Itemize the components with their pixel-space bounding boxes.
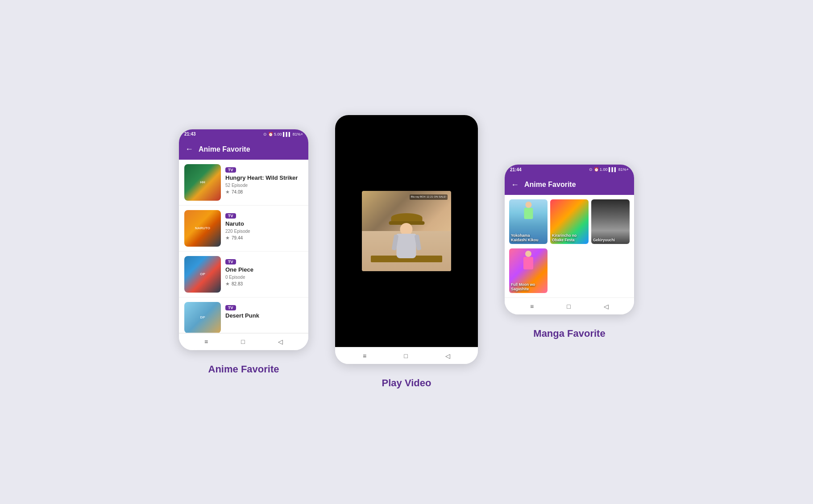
one-piece-thumb: OP bbox=[184, 256, 221, 293]
hungry-heart-rating: ★ 74.08 bbox=[225, 189, 303, 195]
left-phone-label: Anime Favorite bbox=[208, 364, 279, 375]
right-phone-label: Manga Favorite bbox=[533, 328, 605, 339]
hungry-heart-thumb: HH bbox=[184, 164, 221, 201]
right-nav-menu[interactable]: ≡ bbox=[530, 303, 534, 310]
naruto-thumb: NARUTO bbox=[184, 210, 221, 247]
left-nav-bar: ≡ □ ◁ bbox=[179, 333, 308, 350]
right-status-bar: 21:44 ⊙ ⏰ 1.00 ▌▌▌ 81%+ bbox=[505, 165, 634, 174]
left-app-bar: ← Anime Favorite bbox=[179, 139, 308, 160]
video-frame: Blu-ray BOX 12.21 ON SALE! bbox=[362, 191, 451, 271]
one-piece-rating-value: 82.83 bbox=[232, 281, 243, 286]
left-indicators: ⊙ ⏰ 5.00 ▌▌▌ 81%+ bbox=[263, 132, 303, 136]
hungry-heart-rating-value: 74.08 bbox=[232, 190, 243, 194]
fullmoon-thumb: Full Moon wo Sagashite bbox=[509, 248, 548, 293]
right-nav-square[interactable]: □ bbox=[567, 303, 570, 310]
one-piece-episodes: 0 Episode bbox=[225, 275, 303, 280]
anime-item-naruto[interactable]: NARUTO TV Naruto 220 Episode ★ 79.44 bbox=[179, 206, 308, 252]
video-overlay-text: Blu-ray BOX 12.21 ON SALE! bbox=[410, 194, 448, 200]
right-phone-section: 21:44 ⊙ ⏰ 1.00 ▌▌▌ 81%+ ← Anime Favorite bbox=[505, 165, 634, 339]
right-indicators: ⊙ ⏰ 1.00 ▌▌▌ 81%+ bbox=[589, 167, 629, 172]
right-nav-bar: ≡ □ ◁ bbox=[505, 297, 634, 314]
naruto-episodes: 220 Episode bbox=[225, 229, 303, 234]
desert-punk-badge: TV bbox=[225, 305, 236, 310]
left-phone-section: 21:43 ⊙ ⏰ 5.00 ▌▌▌ 81%+ ← Anime Favorite… bbox=[179, 129, 308, 375]
gekiryuuchi-thumb: Gekiryuuchi bbox=[591, 199, 630, 244]
one-piece-rating: ★ 82.83 bbox=[225, 281, 303, 287]
left-app-title: Anime Favorite bbox=[199, 145, 250, 153]
right-content: Yokohama Kaidashi Kikou Kirarincho no Ob… bbox=[505, 195, 634, 297]
kirarincho-title: Kirarincho no Obake Festa bbox=[552, 233, 587, 242]
desert-punk-info: TV Desert Punk bbox=[225, 302, 303, 321]
right-phone: 21:44 ⊙ ⏰ 1.00 ▌▌▌ 81%+ ← Anime Favorite bbox=[505, 165, 634, 314]
anime-item-hungry-heart[interactable]: HH TV Hungry Heart: Wild Striker 52 Epis… bbox=[179, 160, 308, 206]
hungry-heart-title: Hungry Heart: Wild Striker bbox=[225, 174, 303, 182]
right-nav-back[interactable]: ◁ bbox=[604, 303, 609, 310]
middle-phone: Blu-ray BOX 12.21 ON SALE! ≡ □ ◁ bbox=[335, 115, 478, 364]
right-back-button[interactable]: ← bbox=[511, 180, 519, 190]
one-piece-image: OP bbox=[184, 256, 221, 293]
gekiryuuchi-title: Gekiryuuchi bbox=[593, 238, 615, 242]
star-icon-3: ★ bbox=[225, 281, 230, 287]
yokohama-thumb: Yokohama Kaidashi Kikou bbox=[509, 199, 548, 244]
manga-item-yokohama[interactable]: Yokohama Kaidashi Kikou bbox=[509, 199, 548, 244]
middle-phone-label: Play Video bbox=[382, 377, 431, 389]
middle-nav-bar: ≡ □ ◁ bbox=[335, 347, 478, 364]
star-icon-2: ★ bbox=[225, 235, 230, 241]
kirarincho-thumb: Kirarincho no Obake Festa bbox=[550, 199, 589, 244]
one-piece-info: TV One Piece 0 Episode ★ 82.83 bbox=[225, 256, 303, 287]
anime-item-one-piece[interactable]: OP TV One Piece 0 Episode ★ 82.83 bbox=[179, 252, 308, 297]
left-nav-menu[interactable]: ≡ bbox=[204, 338, 208, 345]
middle-nav-menu[interactable]: ≡ bbox=[363, 352, 366, 359]
desert-punk-title: Desert Punk bbox=[225, 312, 303, 320]
manga-grid-row1: Yokohama Kaidashi Kikou Kirarincho no Ob… bbox=[505, 195, 634, 248]
fullmoon-title: Full Moon wo Sagashite bbox=[511, 282, 546, 291]
left-phone: 21:43 ⊙ ⏰ 5.00 ▌▌▌ 81%+ ← Anime Favorite… bbox=[179, 129, 308, 350]
middle-phone-section: Blu-ray BOX 12.21 ON SALE! ≡ □ ◁ Play Vi… bbox=[335, 115, 478, 389]
left-time: 21:43 bbox=[184, 132, 196, 136]
left-nav-back[interactable]: ◁ bbox=[278, 338, 283, 345]
one-piece-badge: TV bbox=[225, 259, 236, 264]
hungry-heart-image: HH bbox=[184, 164, 221, 201]
right-app-bar: ← Anime Favorite bbox=[505, 174, 634, 195]
manga-item-kirarincho[interactable]: Kirarincho no Obake Festa bbox=[550, 199, 589, 244]
left-status-bar: 21:43 ⊙ ⏰ 5.00 ▌▌▌ 81%+ bbox=[179, 129, 308, 139]
middle-nav-back[interactable]: ◁ bbox=[445, 352, 450, 359]
naruto-badge: TV bbox=[225, 213, 236, 219]
right-app-title: Anime Favorite bbox=[524, 181, 576, 189]
desert-punk-image: DP bbox=[184, 302, 221, 333]
video-player[interactable]: Blu-ray BOX 12.21 ON SALE! bbox=[335, 115, 478, 347]
naruto-info: TV Naruto 220 Episode ★ 79.44 bbox=[225, 210, 303, 241]
manga-item-fullmoon[interactable]: Full Moon wo Sagashite bbox=[509, 248, 548, 293]
hungry-heart-episodes: 52 Episode bbox=[225, 183, 303, 188]
right-time: 21:44 bbox=[510, 167, 522, 172]
naruto-rating: ★ 79.44 bbox=[225, 235, 303, 241]
left-nav-square[interactable]: □ bbox=[241, 338, 245, 345]
yokohama-title: Yokohama Kaidashi Kikou bbox=[511, 233, 546, 242]
anime-item-desert-punk[interactable]: DP TV Desert Punk bbox=[179, 297, 308, 333]
star-icon-1: ★ bbox=[225, 189, 230, 195]
naruto-title: Naruto bbox=[225, 220, 303, 228]
left-content: HH TV Hungry Heart: Wild Striker 52 Epis… bbox=[179, 160, 308, 333]
desert-punk-thumb: DP bbox=[184, 302, 221, 333]
hungry-heart-info: TV Hungry Heart: Wild Striker 52 Episode… bbox=[225, 164, 303, 195]
naruto-rating-value: 79.44 bbox=[232, 235, 243, 240]
middle-nav-square[interactable]: □ bbox=[404, 352, 407, 359]
one-piece-title: One Piece bbox=[225, 266, 303, 274]
naruto-image: NARUTO bbox=[184, 210, 221, 247]
left-back-button[interactable]: ← bbox=[185, 145, 193, 154]
manga-grid-row2: Full Moon wo Sagashite bbox=[505, 248, 634, 297]
manga-item-gekiryuuchi[interactable]: Gekiryuuchi bbox=[591, 199, 630, 244]
hungry-heart-badge: TV bbox=[225, 167, 236, 173]
